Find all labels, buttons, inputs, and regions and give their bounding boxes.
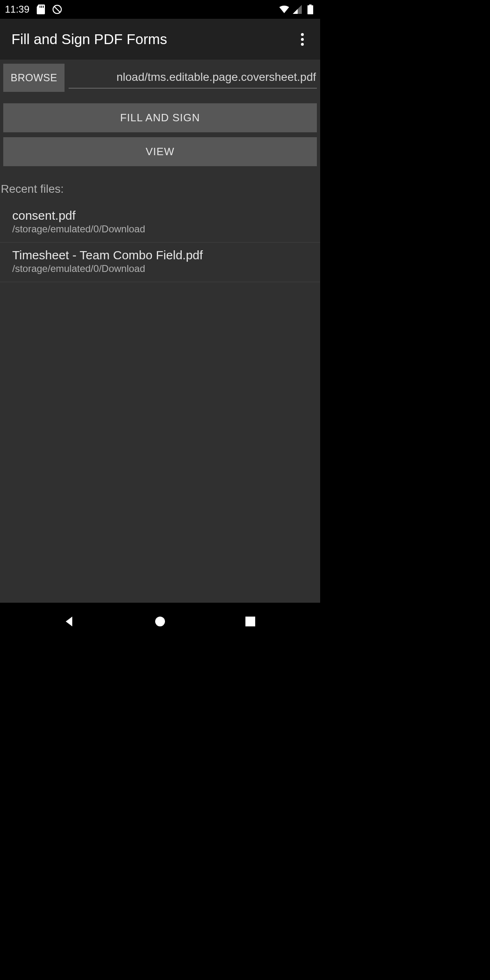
recent-file-path: /storage/emulated/0/Download <box>12 223 308 235</box>
recent-file-name: consent.pdf <box>12 209 308 223</box>
browse-button[interactable]: BROWSE <box>3 64 65 92</box>
sd-card-icon <box>36 4 46 14</box>
app-bar: Fill and Sign PDF Forms <box>0 19 320 60</box>
recent-file-name: Timesheet - Team Combo Field.pdf <box>12 248 308 262</box>
nav-recents-button[interactable] <box>238 609 263 634</box>
recent-files-label: Recent files: <box>0 171 320 203</box>
svg-rect-3 <box>245 617 255 626</box>
recent-file-path: /storage/emulated/0/Download <box>12 263 308 274</box>
file-selector-row: BROWSE <box>0 60 320 94</box>
battery-icon <box>305 4 315 14</box>
app-title: Fill and Sign PDF Forms <box>11 31 167 47</box>
status-time: 11:39 <box>5 4 29 15</box>
signal-icon <box>292 4 302 14</box>
dnd-icon <box>52 4 62 14</box>
svg-line-1 <box>55 7 60 12</box>
svg-point-2 <box>155 617 165 626</box>
home-icon <box>154 616 166 627</box>
status-left: 11:39 <box>5 4 62 15</box>
nav-back-button[interactable] <box>58 609 82 634</box>
navigation-bar <box>0 603 320 640</box>
view-button[interactable]: VIEW <box>3 137 317 166</box>
more-vert-icon <box>301 33 304 46</box>
fill-and-sign-button[interactable]: FILL AND SIGN <box>3 103 317 132</box>
status-right <box>279 4 315 14</box>
recent-file-item[interactable]: Timesheet - Team Combo Field.pdf /storag… <box>0 243 320 282</box>
recents-icon <box>245 617 255 626</box>
nav-home-button[interactable] <box>148 609 172 634</box>
overflow-menu-button[interactable] <box>292 29 312 49</box>
recent-file-item[interactable]: consent.pdf /storage/emulated/0/Download <box>0 203 320 243</box>
file-path-input[interactable] <box>69 67 317 89</box>
status-bar: 11:39 <box>0 0 320 19</box>
wifi-icon <box>279 4 289 14</box>
main-content: BROWSE FILL AND SIGN VIEW Recent files: … <box>0 60 320 603</box>
back-icon <box>64 616 76 627</box>
